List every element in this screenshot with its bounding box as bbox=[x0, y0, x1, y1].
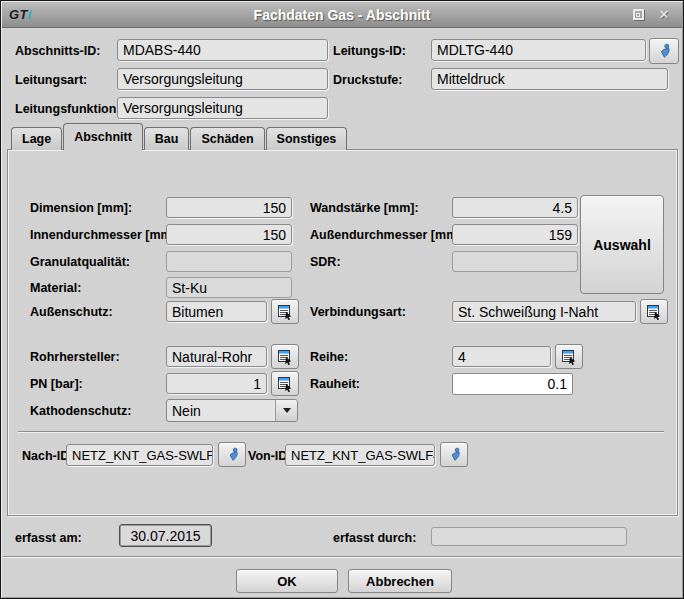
material-label: Material: bbox=[30, 278, 81, 298]
druckstufe-field[interactable]: Mitteldruck bbox=[431, 68, 668, 90]
rauheit-label: Rauheit: bbox=[310, 374, 360, 394]
leitungs-id-label: Leitungs-ID: bbox=[333, 41, 406, 61]
pn-label: PN [bar]: bbox=[30, 374, 83, 394]
rohrhersteller-picker-button[interactable] bbox=[271, 344, 299, 369]
granulatqualitaet-label: Granulatqualität: bbox=[30, 252, 130, 272]
dimension-field[interactable]: 150 bbox=[166, 197, 292, 218]
panel-separator bbox=[18, 431, 664, 433]
pn-field[interactable]: 1 bbox=[166, 373, 267, 394]
sdr-field[interactable] bbox=[452, 251, 578, 272]
gti-logo: GTi bbox=[2, 7, 32, 22]
aussenschutz-label: Außenschutz: bbox=[30, 302, 113, 322]
druckstufe-label: Druckstufe: bbox=[333, 70, 402, 90]
logo-text: GT bbox=[9, 7, 28, 22]
dimension-label: Dimension [mm]: bbox=[30, 198, 132, 218]
von-id-locate-button[interactable] bbox=[440, 442, 468, 467]
list-picker-icon bbox=[277, 304, 293, 320]
leitungsart-field[interactable]: Versorgungsleitung bbox=[117, 68, 328, 90]
material-field[interactable]: St-Ku bbox=[166, 277, 292, 298]
abschnitt-tab-panel: Dimension [mm]: 150 Wandstärke [mm]: 4.5… bbox=[7, 149, 678, 516]
innendurchmesser-field[interactable]: 150 bbox=[166, 224, 292, 245]
ok-button[interactable]: OK bbox=[236, 569, 338, 593]
abschnitts-id-field[interactable]: MDABS-440 bbox=[117, 39, 328, 61]
granulatqualitaet-field[interactable] bbox=[166, 251, 292, 272]
reihe-picker-button[interactable] bbox=[555, 344, 583, 369]
reihe-label: Reihe: bbox=[310, 347, 348, 367]
wandstaerke-field[interactable]: 4.5 bbox=[452, 197, 578, 218]
chevron-down-icon bbox=[283, 408, 291, 413]
window-title: Fachdaten Gas - Abschnitt bbox=[2, 7, 682, 23]
tab-bar: Lage Abschnitt Bau Schäden Sonstiges bbox=[11, 123, 348, 150]
kathodenschutz-label: Kathodenschutz: bbox=[30, 401, 131, 421]
sdr-label: SDR: bbox=[310, 252, 341, 272]
aussendurchmesser-label: Außendurchmesser [mm]: bbox=[310, 225, 466, 245]
aussendurchmesser-field[interactable]: 159 bbox=[452, 224, 578, 245]
aussenschutz-picker-button[interactable] bbox=[271, 299, 299, 324]
verbindungsart-label: Verbindungsart: bbox=[310, 302, 406, 322]
leitungsart-label: Leitungsart: bbox=[15, 70, 87, 90]
verbindungsart-field[interactable]: St. Schweißung I-Naht bbox=[452, 301, 636, 322]
tab-sonstiges[interactable]: Sonstiges bbox=[266, 127, 348, 150]
aussenschutz-field[interactable]: Bitumen bbox=[166, 301, 267, 322]
footer-separator bbox=[3, 556, 681, 558]
maximize-icon bbox=[633, 9, 644, 20]
list-picker-icon bbox=[277, 349, 293, 365]
locate-icon bbox=[656, 43, 672, 59]
list-picker-icon bbox=[277, 376, 293, 392]
dialog-fachdaten-gas-abschnitt: GTi Fachdaten Gas - Abschnitt ✕ Abschnit… bbox=[0, 0, 684, 599]
nach-id-field[interactable]: NETZ_KNT_GAS-SWLF4490 bbox=[66, 444, 213, 466]
wandstaerke-label: Wandstärke [mm]: bbox=[310, 198, 419, 218]
list-picker-icon bbox=[561, 349, 577, 365]
kathodenschutz-selected-value: Nein bbox=[167, 403, 275, 419]
kathodenschutz-dropdown[interactable]: Nein bbox=[166, 399, 298, 422]
locate-icon bbox=[447, 447, 462, 462]
rauheit-input[interactable] bbox=[452, 373, 573, 395]
leitungsfunktion-field[interactable]: Versorgungsleitung bbox=[117, 97, 328, 119]
auswahl-button[interactable]: Auswahl bbox=[580, 195, 664, 294]
maximize-button[interactable] bbox=[630, 7, 646, 23]
erfasst-am-field[interactable]: 30.07.2015 bbox=[119, 524, 212, 547]
abschnitts-id-label: Abschnitts-ID: bbox=[15, 41, 100, 61]
list-picker-icon bbox=[646, 304, 662, 320]
tab-lage[interactable]: Lage bbox=[11, 127, 62, 150]
tab-abschnitt[interactable]: Abschnitt bbox=[63, 123, 143, 150]
reihe-field[interactable]: 4 bbox=[452, 346, 551, 367]
verbindungsart-picker-button[interactable] bbox=[640, 299, 668, 324]
von-id-field[interactable]: NETZ_KNT_GAS-SWLF4496 bbox=[285, 444, 435, 466]
erfasst-durch-field[interactable] bbox=[431, 527, 627, 546]
close-button[interactable]: ✕ bbox=[656, 7, 672, 23]
rohrhersteller-label: Rohrhersteller: bbox=[30, 347, 120, 367]
tab-bau[interactable]: Bau bbox=[144, 127, 190, 150]
locate-icon bbox=[225, 447, 240, 462]
leitungs-id-locate-button[interactable] bbox=[649, 38, 679, 64]
rohrhersteller-field[interactable]: Natural-Rohr bbox=[166, 346, 267, 367]
erfasst-am-label: erfasst am: bbox=[15, 528, 82, 548]
tab-schaeden[interactable]: Schäden bbox=[190, 127, 264, 150]
close-icon: ✕ bbox=[659, 8, 670, 21]
nach-id-locate-button[interactable] bbox=[218, 442, 246, 467]
erfasst-durch-label: erfasst durch: bbox=[333, 528, 416, 548]
leitungs-id-field[interactable]: MDLTG-440 bbox=[431, 39, 646, 61]
innendurchmesser-label: Innendurchmesser [mm]: bbox=[30, 225, 180, 245]
leitungsfunktion-label: Leitungsfunktion: bbox=[15, 99, 121, 119]
title-bar[interactable]: GTi Fachdaten Gas - Abschnitt ✕ bbox=[2, 2, 682, 28]
pn-picker-button[interactable] bbox=[271, 371, 299, 396]
kathodenschutz-dropdown-arrow[interactable] bbox=[275, 400, 297, 421]
cancel-button[interactable]: Abbrechen bbox=[348, 569, 452, 593]
